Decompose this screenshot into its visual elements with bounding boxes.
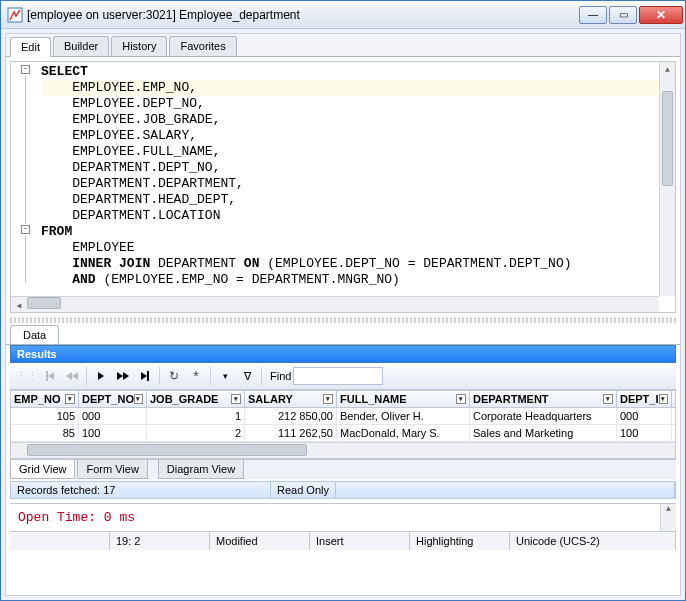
cell[interactable]: 100 xyxy=(79,425,147,441)
cell[interactable]: Sales and Marketing xyxy=(470,425,617,441)
table-row[interactable]: 85 100 2 111 262,50 MacDonald, Mary S. S… xyxy=(11,425,675,442)
first-record-button[interactable] xyxy=(40,366,60,386)
column-header-department[interactable]: DEPARTMENT▾ xyxy=(470,391,617,407)
filter-button[interactable]: ∇ xyxy=(237,366,257,386)
refresh-button[interactable]: ↻ xyxy=(164,366,184,386)
readonly-label: Read Only xyxy=(271,482,336,498)
sql-line: DEPARTMENT.HEAD_DEPT, xyxy=(41,192,671,208)
play-button[interactable] xyxy=(91,366,111,386)
filter-dropdown-button[interactable]: ▾ xyxy=(215,366,235,386)
column-filter-icon[interactable]: ▾ xyxy=(603,394,613,404)
results-grid[interactable]: EMP_NO▾ DEPT_NO▾ JOB_GRADE▾ SALARY▾ FULL… xyxy=(10,390,676,459)
open-time-panel: Open Time: 0 ms ▲ xyxy=(10,503,676,531)
new-record-button[interactable]: * xyxy=(186,366,206,386)
sql-editor[interactable]: - - SELECT EMPLOYEE.EMP_NO, EMPLOYEE.DEP… xyxy=(10,61,676,313)
cell[interactable]: Bender, Oliver H. xyxy=(337,408,470,424)
scrollbar-thumb[interactable] xyxy=(27,297,61,309)
cell[interactable]: 111 262,50 xyxy=(245,425,337,441)
cell[interactable]: 000 xyxy=(617,408,672,424)
app-icon xyxy=(7,7,23,23)
result-tabs: Data xyxy=(6,323,680,345)
titlebar[interactable]: [employee on userver:3021] Employee_depa… xyxy=(1,1,685,29)
sql-line: EMPLOYEE.FULL_NAME, xyxy=(41,144,671,160)
fold-toggle-icon[interactable]: - xyxy=(21,225,30,234)
sql-keyword: SELECT xyxy=(41,64,88,79)
sql-line: DEPARTMENT.DEPARTMENT, xyxy=(41,176,671,192)
fold-line xyxy=(25,236,26,282)
cell[interactable]: 85 xyxy=(11,425,79,441)
scrollbar-thumb[interactable] xyxy=(27,444,307,456)
column-header-full-name[interactable]: FULL_NAME▾ xyxy=(337,391,470,407)
column-filter-icon[interactable]: ▾ xyxy=(65,394,75,404)
view-tab-form[interactable]: Form View xyxy=(77,460,147,479)
window-frame: [employee on userver:3021] Employee_depa… xyxy=(0,0,686,601)
status-modified: Modified xyxy=(210,532,310,550)
column-header-job-grade[interactable]: JOB_GRADE▾ xyxy=(147,391,245,407)
view-tab-diagram[interactable]: Diagram View xyxy=(158,460,244,479)
cell[interactable]: 1 xyxy=(147,408,245,424)
records-fetched-label: Records fetched: 17 xyxy=(11,482,271,498)
fetch-status-bar: Records fetched: 17 Read Only xyxy=(10,481,676,499)
editor-tabs: Edit Builder History Favorites xyxy=(6,34,680,57)
sql-line: EMPLOYEE.JOB_GRADE, xyxy=(41,112,671,128)
column-filter-icon[interactable]: ▾ xyxy=(456,394,466,404)
editor-vertical-scrollbar[interactable]: ▲ xyxy=(659,62,675,296)
results-header: Results xyxy=(10,345,676,363)
cell[interactable]: Corporate Headquarters xyxy=(470,408,617,424)
grid-horizontal-scrollbar[interactable] xyxy=(11,442,675,458)
cell[interactable]: 2 xyxy=(147,425,245,441)
column-filter-icon[interactable]: ▾ xyxy=(323,394,333,404)
sql-keyword: FROM xyxy=(41,224,72,239)
close-button[interactable]: ✕ xyxy=(639,6,683,24)
status-highlighting: Highlighting xyxy=(410,532,510,550)
column-header-emp-no[interactable]: EMP_NO▾ xyxy=(11,391,79,407)
column-filter-icon[interactable]: ▾ xyxy=(134,394,143,404)
column-header-dept-no[interactable]: DEPT_NO▾ xyxy=(79,391,147,407)
cell[interactable]: MacDonald, Mary S. xyxy=(337,425,470,441)
window-title: [employee on userver:3021] Employee_depa… xyxy=(27,8,579,22)
view-tab-grid[interactable]: Grid View xyxy=(10,460,75,479)
content-area: Edit Builder History Favorites - - SELEC… xyxy=(5,33,681,596)
cell[interactable]: 000 xyxy=(79,408,147,424)
fold-toggle-icon[interactable]: - xyxy=(21,65,30,74)
tab-edit[interactable]: Edit xyxy=(10,37,51,57)
status-insert-mode: Insert xyxy=(310,532,410,550)
fold-line xyxy=(25,76,26,224)
sql-line: EMPLOYEE.SALARY, xyxy=(41,128,671,144)
view-tabs: Grid View Form View Diagram View xyxy=(10,459,676,479)
sql-line: EMPLOYEE xyxy=(41,240,671,256)
scrollbar-thumb[interactable] xyxy=(662,91,673,186)
cell[interactable]: 105 xyxy=(11,408,79,424)
maximize-button[interactable]: ▭ xyxy=(609,6,637,24)
statusbar: 19: 2 Modified Insert Highlighting Unico… xyxy=(10,531,676,550)
column-filter-icon[interactable]: ▾ xyxy=(231,394,241,404)
column-header-dept-i[interactable]: DEPT_I▾ xyxy=(617,391,672,407)
minimize-button[interactable]: — xyxy=(579,6,607,24)
sql-line: AND (EMPLOYEE.EMP_NO = DEPARTMENT.MNGR_N… xyxy=(41,272,671,288)
column-header-salary[interactable]: SALARY▾ xyxy=(245,391,337,407)
tab-favorites[interactable]: Favorites xyxy=(169,36,236,56)
prev-record-button[interactable] xyxy=(62,366,82,386)
editor-body: SELECT EMPLOYEE.EMP_NO, EMPLOYEE.DEPT_NO… xyxy=(11,62,675,290)
results-toolbar: ⋮⋮ ↻ * ▾ ∇ Find xyxy=(10,363,676,390)
sql-line: DEPARTMENT.LOCATION xyxy=(41,208,671,224)
tab-data[interactable]: Data xyxy=(10,325,59,344)
sql-line-highlighted: EMPLOYEE.EMP_NO, xyxy=(41,80,671,96)
tab-history[interactable]: History xyxy=(111,36,167,56)
sql-line: EMPLOYEE.DEPT_NO, xyxy=(41,96,671,112)
tab-builder[interactable]: Builder xyxy=(53,36,109,56)
find-input[interactable] xyxy=(293,367,383,385)
next-record-button[interactable] xyxy=(113,366,133,386)
column-filter-icon[interactable]: ▾ xyxy=(659,394,668,404)
log-vertical-scrollbar[interactable]: ▲ xyxy=(660,504,676,531)
cell[interactable]: 100 xyxy=(617,425,672,441)
open-time-text: Open Time: 0 ms xyxy=(18,510,135,525)
find-label: Find xyxy=(270,370,291,382)
table-row[interactable]: 105 000 1 212 850,00 Bender, Oliver H. C… xyxy=(11,408,675,425)
status-encoding: Unicode (UCS-2) xyxy=(510,532,676,550)
sql-line: DEPARTMENT.DEPT_NO, xyxy=(41,160,671,176)
last-record-button[interactable] xyxy=(135,366,155,386)
cell[interactable]: 212 850,00 xyxy=(245,408,337,424)
editor-horizontal-scrollbar[interactable]: ◀ xyxy=(11,296,659,312)
sql-line: INNER JOIN DEPARTMENT ON (EMPLOYEE.DEPT_… xyxy=(41,256,671,272)
